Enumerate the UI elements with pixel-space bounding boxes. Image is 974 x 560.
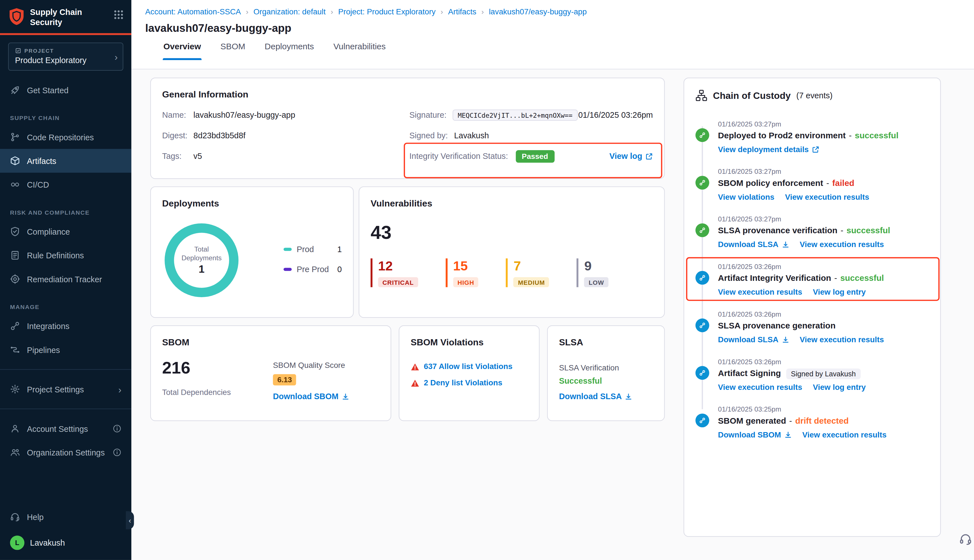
user-name: Lavakush [30, 538, 65, 547]
signature-value: MEQCICde2VjIT...bL+2+mqnOXw== [453, 109, 577, 120]
download-slsa-link[interactable]: Download SLSA [718, 240, 789, 249]
download-icon [782, 336, 789, 344]
shield-check-icon [10, 227, 20, 237]
severity-count: 15 [453, 258, 479, 273]
chevron-right-icon: › [118, 384, 122, 395]
card-title: SBOM [162, 337, 379, 347]
breadcrumb-account[interactable]: Account: Automation-SSCA [145, 8, 241, 16]
event-status: successful [840, 273, 884, 283]
signature-timestamp: 01/16/2025 03:26pm [578, 110, 653, 120]
sidebar-item-label: Help [27, 512, 44, 522]
sidebar-collapse-handle[interactable]: ‹ [126, 511, 134, 529]
tab-sbom[interactable]: SBOM [220, 37, 246, 60]
view-log-link[interactable]: View log [609, 152, 653, 161]
download-slsa-link[interactable]: Download SLSA [718, 335, 789, 344]
breadcrumb-current[interactable]: lavakush07/easy-buggy-app [489, 8, 587, 16]
download-sbom-link[interactable]: Download SBOM [718, 430, 792, 439]
download-sbom-link[interactable]: Download SBOM [273, 392, 349, 401]
sidebar-item-remediation-tracker[interactable]: Remediation Tracker [0, 267, 131, 291]
gear-icon [10, 384, 20, 394]
view-execution-results-link[interactable]: View execution results [785, 193, 869, 202]
supply-chain-security-logo-icon [9, 8, 25, 26]
sbom-violations-card: SBOM Violations 637 Allow list Violation… [399, 325, 540, 421]
custody-event-slsa-verification: 01/16/2025 03:27pm SLSA provenance verif… [695, 215, 929, 249]
sidebar-item-integrations[interactable]: Integrations [0, 314, 131, 338]
sidebar-item-project-settings[interactable]: Project Settings › [0, 377, 131, 401]
sidebar-item-compliance[interactable]: Compliance [0, 220, 131, 243]
tab-vulnerabilities[interactable]: Vulnerabilities [333, 37, 386, 60]
severity-label: MEDIUM [514, 277, 549, 287]
breadcrumb-artifacts[interactable]: Artifacts [448, 8, 476, 16]
view-execution-results-link[interactable]: View execution results [800, 240, 884, 249]
project-icon [15, 48, 21, 54]
user-profile[interactable]: L Lavakush [0, 529, 131, 556]
event-time: 01/16/2025 03:27pm [718, 168, 929, 175]
event-title: Artifact Integrity Verification-successf… [718, 273, 929, 283]
sidebar-divider [0, 369, 131, 370]
section-label-risk-and-compliance: RISK AND COMPLIANCE [10, 209, 122, 216]
allow-list-violations-link[interactable]: 637 Allow list Violations [424, 362, 513, 371]
sbom-total-label: Total Dependencies [162, 388, 273, 397]
sidebar-item-account-settings[interactable]: Account Settings [0, 417, 131, 440]
chevron-right-icon: › [114, 52, 118, 62]
field-signature: Signature: MEQCICde2VjIT...bL+2+mqnOXw==… [410, 108, 653, 122]
sidebar-item-pipelines[interactable]: Pipelines [0, 338, 131, 362]
view-log-entry-link[interactable]: View log entry [813, 383, 866, 392]
sidebar-item-label: Compliance [27, 227, 70, 236]
donut-center-label: Total Deployments [177, 245, 227, 263]
severity-label: LOW [584, 277, 609, 287]
avatar: L [10, 535, 25, 550]
sidebar-item-label: Remediation Tracker [27, 274, 102, 284]
warning-icon [410, 363, 419, 371]
custody-event-artifact-integrity: 01/16/2025 03:26pm Artifact Integrity Ve… [695, 263, 929, 297]
pipeline-icon [10, 345, 20, 355]
sidebar-item-rule-definitions[interactable]: Rule Definitions [0, 243, 131, 267]
sidebar-item-cicd[interactable]: CI/CD [0, 173, 131, 196]
vulnerabilities-total: 43 [370, 222, 653, 243]
section-label-manage: MANAGE [10, 304, 122, 310]
download-icon [625, 393, 633, 400]
breadcrumb: Account: Automation-SSCA › Organization:… [145, 8, 974, 16]
view-log-entry-link[interactable]: View log entry [813, 288, 866, 297]
view-execution-results-link[interactable]: View execution results [802, 430, 887, 439]
sidebar-item-help[interactable]: Help [0, 505, 131, 528]
tab-deployments[interactable]: Deployments [264, 37, 315, 60]
sidebar-item-artifacts[interactable]: Artifacts [0, 149, 131, 173]
deployments-card: Deployments Total Deployments 1 Prod 1 [150, 187, 354, 318]
deployments-legend: Prod 1 Pre Prod 0 [284, 223, 342, 297]
sidebar-item-get-started[interactable]: Get Started [0, 78, 131, 102]
info-icon [113, 448, 122, 457]
deny-list-violations-link[interactable]: 2 Deny list Violations [424, 378, 502, 387]
severity-high: 15 HIGH [445, 258, 479, 287]
event-title: SBOM policy enforcement-failed [718, 178, 929, 188]
view-deployment-details-link[interactable]: View deployment details [718, 145, 820, 154]
event-status-icon [695, 128, 709, 142]
severity-count: 7 [514, 258, 549, 273]
support-headset-icon[interactable] [959, 532, 972, 546]
sidebar-item-label: Project Settings [27, 385, 84, 394]
sidebar-item-organization-settings[interactable]: Organization Settings [0, 440, 131, 464]
project-selector[interactable]: PROJECT Product Exploratory › [8, 43, 123, 71]
sidebar-item-label: Get Started [27, 86, 69, 95]
download-slsa-link[interactable]: Download SLSA [559, 392, 632, 401]
event-title: Deployed to Prod2 environment-successful [718, 131, 929, 140]
view-execution-results-link[interactable]: View execution results [718, 383, 802, 392]
breadcrumb-project[interactable]: Project: Product Exploratory [338, 8, 436, 16]
breadcrumb-organization[interactable]: Organization: default [254, 8, 325, 16]
app-switcher-icon[interactable] [113, 9, 124, 20]
event-status-icon [695, 318, 709, 332]
person-icon [10, 424, 20, 434]
custody-timeline: 01/16/2025 03:27pm Deployed to Prod2 env… [695, 120, 929, 439]
sidebar-item-code-repositories[interactable]: Code Repositories [0, 125, 131, 149]
signed-by-badge: Signed by Lavakush [786, 368, 861, 379]
event-status: successful [855, 131, 899, 140]
view-violations-link[interactable]: View violations [718, 193, 774, 202]
info-icon [113, 424, 122, 433]
tab-overview[interactable]: Overview [163, 37, 202, 60]
main-area: Account: Automation-SSCA › Organization:… [131, 0, 974, 560]
sidebar-item-label: CI/CD [27, 180, 49, 189]
view-execution-results-link[interactable]: View execution results [800, 335, 884, 344]
custody-event-deployed: 01/16/2025 03:27pm Deployed to Prod2 env… [695, 120, 929, 154]
view-execution-results-link[interactable]: View execution results [718, 288, 802, 297]
chain-of-custody-count: (7 events) [796, 91, 832, 100]
